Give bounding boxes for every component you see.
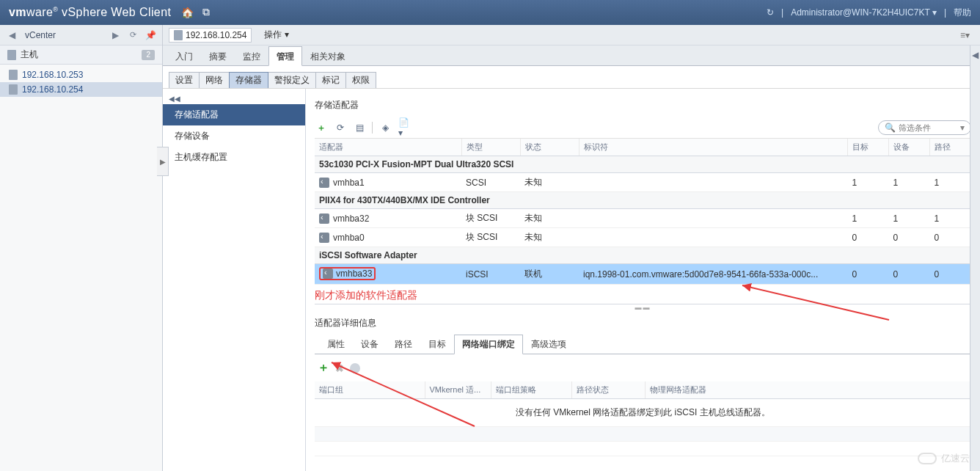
- host-icon: [174, 30, 183, 40]
- brand-logo: vmware® vSphere Web Client: [9, 6, 171, 19]
- add-binding-icon[interactable]: ＋: [318, 360, 329, 376]
- adapter-icon: [323, 269, 333, 279]
- sub-tab-1[interactable]: 网络: [199, 72, 230, 88]
- manage-content: 存储适配器 ＋ ⟳ ▤ ◈ 📄▾ 🔍 ▾ 适配器类型状态标: [306, 89, 980, 471]
- main-tabs: 入门摘要监控管理相关对象: [163, 45, 980, 66]
- page-menu-icon[interactable]: ≡▾: [960, 30, 974, 40]
- manage-side-nav: ◀◀ 存储适配器存储设备主机缓存配置: [163, 89, 306, 471]
- detail-tab-0[interactable]: 属性: [319, 335, 353, 354]
- port-col-header[interactable]: 端口组: [315, 381, 425, 399]
- adapters-col-header[interactable]: 设备: [889, 139, 930, 156]
- home-icon[interactable]: 🏠: [181, 7, 194, 18]
- user-menu[interactable]: Administrator@WIN-7K2H4UIC7KT ▾: [791, 7, 937, 18]
- app-header: vmware® vSphere Web Client 🏠 ⧉ ↻ | Admin…: [0, 0, 980, 25]
- actions-menu[interactable]: 操作 ▾: [259, 28, 293, 43]
- detail-splitter[interactable]: ▬▬: [315, 304, 971, 310]
- sub-tab-0[interactable]: 设置: [169, 72, 200, 88]
- sub-tab-2[interactable]: 存储器: [229, 72, 268, 88]
- filter-input[interactable]: [899, 123, 957, 132]
- info-icon: [350, 363, 360, 373]
- navigator-collapse-handle[interactable]: ▶: [157, 147, 169, 176]
- object-bar: 192.168.10.254 操作 ▾ ≡▾: [163, 25, 980, 45]
- main-tab-3[interactable]: 管理: [268, 46, 302, 66]
- adapter-group-row: iSCSI Software Adapter: [315, 247, 971, 264]
- watermark: 亿速云: [918, 452, 970, 465]
- host-icon: [9, 84, 18, 95]
- adapters-col-header[interactable]: 状态: [520, 139, 579, 156]
- selected-object[interactable]: 192.168.10.254: [169, 28, 252, 43]
- help-link[interactable]: 帮助: [954, 7, 971, 19]
- search-icon: 🔍: [885, 123, 896, 133]
- adapter-icon: [319, 233, 329, 243]
- host-group-icon: [7, 50, 16, 60]
- separator: [372, 122, 373, 134]
- empty-binding-msg: 没有任何 VMkernel 网络适配器绑定到此 iSCSI 主机总线适配器。: [315, 399, 971, 427]
- nav-section-header[interactable]: 主机 2: [0, 45, 162, 65]
- annotation-text: 刚才添加的软件适配器: [315, 289, 971, 302]
- mgmt-nav-item-2[interactable]: 主机缓存配置: [163, 147, 305, 168]
- detail-tab-1[interactable]: 设备: [353, 335, 387, 354]
- adapters-col-header[interactable]: 目标: [848, 139, 889, 156]
- detail-tab-4[interactable]: 网络端口绑定: [454, 335, 523, 354]
- port-col-header[interactable]: 物理网络适配器: [645, 381, 971, 399]
- detach-icon[interactable]: ◈: [379, 121, 392, 134]
- adapters-col-header[interactable]: 适配器: [315, 139, 461, 156]
- copy-icon[interactable]: 📄▾: [398, 121, 411, 134]
- adapter-icon: [319, 213, 329, 224]
- adapter-row[interactable]: vmhba0块 SCSI未知000: [315, 228, 971, 247]
- adapters-col-header[interactable]: 标识符: [579, 139, 848, 156]
- navigator-pane: ◀ vCenter ▶ ⟳ 📌 主机 2 192.168.10.253192.1…: [0, 25, 163, 471]
- adapters-col-header[interactable]: 路径: [930, 139, 971, 156]
- detail-tab-2[interactable]: 路径: [387, 335, 420, 354]
- mgmt-nav-item-1[interactable]: 存储设备: [163, 125, 305, 147]
- port-col-header[interactable]: VMkernel 适...: [425, 381, 491, 399]
- rescan-icon[interactable]: ▤: [353, 121, 366, 134]
- add-adapter-icon[interactable]: ＋: [315, 121, 328, 134]
- main-tab-2[interactable]: 监控: [235, 46, 268, 66]
- table-row: [315, 427, 971, 442]
- nav-back-icon[interactable]: ◀: [4, 28, 19, 43]
- nav-history-icon[interactable]: ⟳: [125, 28, 140, 43]
- main-pane: 192.168.10.254 操作 ▾ ≡▾ 入门摘要监控管理相关对象 设置网络…: [163, 25, 980, 471]
- host-item[interactable]: 192.168.10.254: [0, 82, 162, 97]
- nav-forward-icon[interactable]: ▶: [108, 28, 122, 43]
- adapter-row[interactable]: vmhba1SCSI未知111: [315, 173, 971, 192]
- adapter-row[interactable]: vmhba33iSCSI联机iqn.1998-01.com.vmware:5d0…: [315, 264, 971, 285]
- host-item[interactable]: 192.168.10.253: [0, 67, 162, 82]
- cloud-icon: [918, 453, 937, 464]
- host-list: 192.168.10.253192.168.10.254: [0, 65, 162, 100]
- main-tab-0[interactable]: 入门: [167, 46, 201, 66]
- table-row: [315, 442, 971, 456]
- sub-tab-4[interactable]: 标记: [315, 72, 346, 88]
- detail-tab-5[interactable]: 高级选项: [523, 335, 574, 354]
- host-icon: [9, 70, 18, 80]
- detail-tab-3[interactable]: 目标: [420, 335, 454, 354]
- mgmt-nav-item-0[interactable]: 存储适配器: [163, 104, 305, 125]
- side-nav-collapse-icon[interactable]: ◀◀: [163, 93, 305, 104]
- adapters-title: 存储适配器: [315, 96, 971, 117]
- port-binding-table: 端口组VMkernel 适...端口组策略路径状态物理网络适配器 没有任何 VM…: [315, 381, 971, 456]
- sub-tab-3[interactable]: 警报定义: [268, 72, 316, 88]
- right-panel-handle[interactable]: ◀: [970, 45, 980, 471]
- nav-history-bar: ◀ vCenter ▶ ⟳ 📌: [0, 25, 162, 45]
- sep: |: [781, 7, 783, 18]
- windows-icon[interactable]: ⧉: [202, 6, 210, 18]
- filter-box[interactable]: 🔍 ▾: [878, 120, 971, 135]
- adapters-table: 适配器类型状态标识符目标设备路径 53c1030 PCI-X Fusion-MP…: [315, 139, 971, 285]
- sub-tab-5[interactable]: 权限: [345, 72, 376, 88]
- sep: |: [944, 7, 946, 18]
- filter-dropdown-icon[interactable]: ▾: [960, 123, 965, 133]
- refresh-icon[interactable]: ↻: [767, 7, 774, 18]
- adapter-row[interactable]: vmhba32块 SCSI未知111: [315, 209, 971, 228]
- detail-title: 适配器详细信息: [315, 310, 971, 334]
- detail-toolbar: ＋ ✖: [315, 354, 971, 381]
- nav-pin-icon[interactable]: 📌: [143, 28, 158, 43]
- detail-tabs: 属性设备路径目标网络端口绑定高级选项: [315, 334, 971, 354]
- port-col-header[interactable]: 路径状态: [571, 381, 645, 399]
- main-tab-4[interactable]: 相关对象: [302, 46, 354, 66]
- main-tab-1[interactable]: 摘要: [201, 46, 235, 66]
- refresh-adapter-icon[interactable]: ⟳: [334, 121, 347, 134]
- port-col-header[interactable]: 端口组策略: [491, 381, 571, 399]
- adapters-col-header[interactable]: 类型: [461, 139, 520, 156]
- nav-context[interactable]: vCenter: [22, 30, 105, 40]
